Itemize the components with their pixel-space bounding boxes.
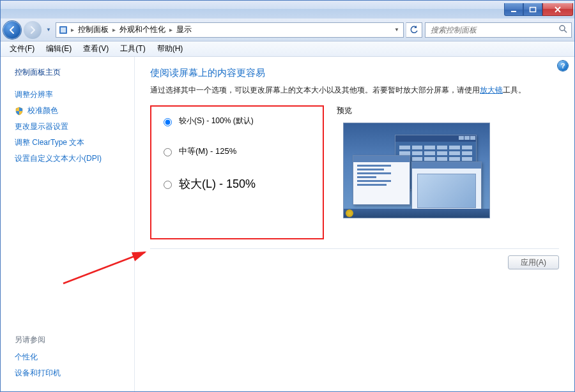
preview-mock-window [353, 155, 410, 205]
svg-rect-1 [530, 7, 536, 11]
sidebar-link-calibrate[interactable]: 校准颜色 [15, 103, 129, 119]
maximize-button[interactable] [523, 3, 542, 16]
sidebar-link-monitor[interactable]: 更改显示器设置 [15, 119, 129, 135]
sidebar-link-custom-dpi[interactable]: 设置自定义文本大小(DPI) [15, 151, 129, 167]
page-title: 使阅读屏幕上的内容更容易 [150, 67, 559, 79]
apply-row: 应用(A) [150, 248, 559, 269]
preview-label: 预览 [337, 105, 559, 116]
caption-buttons [504, 3, 573, 16]
sidebar-link-devices[interactable]: 设备和打印机 [15, 365, 129, 381]
address-dropdown-icon[interactable]: ▼ [392, 27, 402, 33]
close-button[interactable] [542, 3, 573, 16]
sidebar-link-personalize[interactable]: 个性化 [15, 349, 129, 365]
apply-button[interactable]: 应用(A) [508, 255, 559, 269]
main-panel: 使阅读屏幕上的内容更容易 通过选择其中一个选项，可以更改屏幕上的文本大小以及其他… [135, 57, 574, 391]
nav-forward-button[interactable] [24, 21, 42, 39]
breadcrumb-control-panel[interactable]: 控制面板 [76, 24, 111, 35]
search-icon [558, 24, 567, 35]
menu-file[interactable]: 文件(F) [4, 42, 40, 56]
magnifier-link[interactable]: 放大镜 [480, 86, 503, 94]
svg-rect-3 [61, 27, 66, 33]
breadcrumb-sep-icon: ▸ [69, 26, 76, 33]
dpi-options-highlighted: 较小(S) - 100% (默认) 中等(M) - 125% 较大(L) - 1… [150, 105, 324, 239]
sidebar-link-label: 校准颜色 [27, 105, 58, 116]
sidebar-link-label: 调整 ClearType 文本 [15, 137, 84, 148]
sidebar-link-label: 个性化 [15, 352, 38, 363]
sidebar-link-label: 设置自定义文本大小(DPI) [15, 153, 102, 164]
svg-rect-0 [511, 11, 516, 12]
breadcrumb-sep-icon: ▸ [167, 26, 174, 33]
search-box[interactable] [425, 22, 572, 38]
sidebar-link-cleartype[interactable]: 调整 ClearType 文本 [15, 135, 129, 151]
refresh-button[interactable] [406, 22, 422, 38]
menu-view[interactable]: 查看(V) [78, 42, 114, 56]
breadcrumb-display[interactable]: 显示 [174, 24, 194, 35]
control-panel-icon [57, 24, 69, 36]
dpi-option-label: 中等(M) - 125% [179, 146, 236, 157]
address-bar[interactable]: ▸ 控制面板 ▸ 外观和个性化 ▸ 显示 ▼ [56, 22, 404, 38]
breadcrumb-appearance[interactable]: 外观和个性化 [118, 24, 167, 35]
dpi-option-medium[interactable]: 中等(M) - 125% [160, 146, 314, 157]
dpi-radio-small[interactable] [164, 118, 172, 126]
sidebar-link-resolution[interactable]: 调整分辨率 [15, 87, 129, 103]
menu-help[interactable]: 帮助(H) [152, 42, 188, 56]
dpi-radio-large[interactable] [164, 181, 172, 189]
desc-text: 工具。 [503, 86, 526, 94]
sidebar-see-also-heading: 另请参阅 [15, 335, 129, 345]
preview-mock-window [411, 162, 482, 213]
nav-bar: ▼ ▸ 控制面板 ▸ 外观和个性化 ▸ 显示 ▼ [1, 19, 574, 41]
sidebar: 控制面板主页 调整分辨率 校准颜色 更改显示器设置 调整 ClearType 文… [1, 57, 135, 391]
dpi-option-label: 较小(S) - 100% (默认) [179, 116, 254, 126]
sidebar-link-label: 调整分辨率 [15, 89, 53, 100]
breadcrumb-sep-icon: ▸ [111, 26, 118, 33]
svg-line-5 [564, 30, 567, 33]
title-bar [1, 1, 574, 19]
preview-taskbar [344, 209, 489, 218]
dpi-radio-medium[interactable] [164, 148, 172, 156]
menu-bar: 文件(F) 编辑(E) 查看(V) 工具(T) 帮助(H) [1, 41, 574, 57]
search-input[interactable] [429, 25, 558, 35]
minimize-button[interactable] [504, 3, 523, 16]
dpi-option-small[interactable]: 较小(S) - 100% (默认) [160, 116, 314, 126]
nav-history-dropdown[interactable]: ▼ [44, 22, 53, 38]
dpi-option-label: 较大(L) - 150% [179, 176, 256, 192]
menu-edit[interactable]: 编辑(E) [41, 42, 77, 56]
content-area: ? 控制面板主页 调整分辨率 校准颜色 更改显示器设置 调整 ClearType… [1, 57, 574, 391]
menu-tools[interactable]: 工具(T) [115, 42, 150, 56]
nav-back-button[interactable] [3, 21, 21, 39]
sidebar-link-label: 设备和打印机 [15, 368, 61, 379]
desc-text: 通过选择其中一个选项，可以更改屏幕上的文本大小以及其他项。若要暂时放大部分屏幕，… [150, 86, 480, 94]
page-description: 通过选择其中一个选项，可以更改屏幕上的文本大小以及其他项。若要暂时放大部分屏幕，… [150, 84, 559, 96]
preview-thumbnail [343, 123, 490, 218]
sidebar-link-label: 更改显示器设置 [15, 121, 68, 132]
window-frame: ▼ ▸ 控制面板 ▸ 外观和个性化 ▸ 显示 ▼ 文件(F) 编辑(E) 查 [0, 0, 575, 392]
sidebar-heading[interactable]: 控制面板主页 [15, 67, 129, 78]
start-orb-icon [346, 209, 353, 217]
preview-column: 预览 [337, 105, 559, 218]
svg-point-4 [560, 26, 565, 31]
dpi-option-large[interactable]: 较大(L) - 150% [160, 176, 314, 192]
dpi-options-row: 较小(S) - 100% (默认) 中等(M) - 125% 较大(L) - 1… [150, 105, 559, 239]
shield-icon [15, 107, 24, 116]
